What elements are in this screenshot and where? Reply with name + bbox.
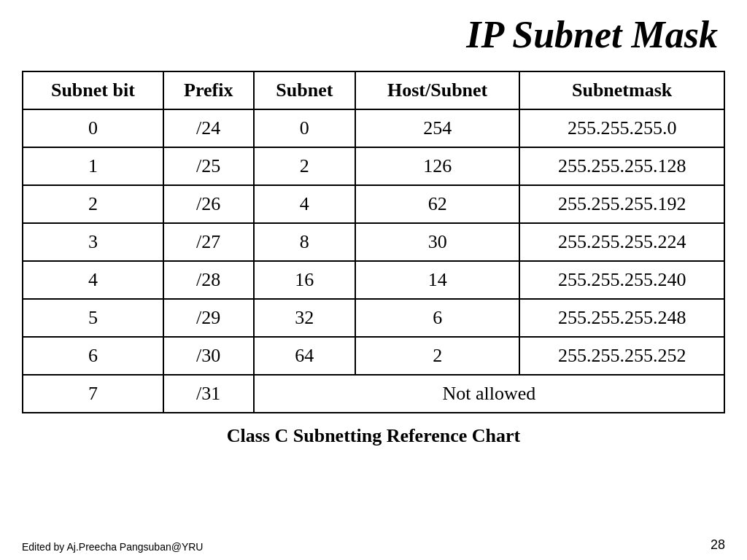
cell-prefix: /30	[163, 337, 254, 375]
table-row: 5 /29 32 6 255.255.255.248	[23, 299, 724, 337]
cell-subnet: 8	[254, 223, 355, 261]
cell-subnetmask: 255.255.255.252	[519, 337, 724, 375]
table-row: 7 /31 Not allowed	[23, 375, 724, 413]
cell-prefix: /25	[163, 147, 254, 185]
cell-subnet: 32	[254, 299, 355, 337]
table-row: 1 /25 2 126 255.255.255.128	[23, 147, 724, 185]
table-row: 2 /26 4 62 255.255.255.192	[23, 185, 724, 223]
cell-subnetmask: 255.255.255.240	[519, 261, 724, 299]
cell-subnet-bit: 5	[23, 299, 163, 337]
cell-host-subnet: 6	[355, 299, 519, 337]
cell-host-subnet: 2	[355, 337, 519, 375]
cell-subnet-bit: 2	[23, 185, 163, 223]
cell-subnet-bit: 0	[23, 109, 163, 147]
col-header-host-subnet: Host/Subnet	[355, 71, 519, 109]
cell-subnet: 16	[254, 261, 355, 299]
chart-subtitle: Class C Subnetting Reference Chart	[0, 413, 747, 447]
cell-host-subnet: 14	[355, 261, 519, 299]
cell-prefix: /26	[163, 185, 254, 223]
table-row: 4 /28 16 14 255.255.255.240	[23, 261, 724, 299]
page-number: 28	[711, 537, 725, 553]
cell-subnetmask: 255.255.255.248	[519, 299, 724, 337]
table-row: 0 /24 0 254 255.255.255.0	[23, 109, 724, 147]
col-header-subnet: Subnet	[254, 71, 355, 109]
cell-subnet-bit: 6	[23, 337, 163, 375]
table-row: 6 /30 64 2 255.255.255.252	[23, 337, 724, 375]
page-title: IP Subnet Mask	[0, 0, 747, 63]
cell-prefix: /31	[163, 375, 254, 413]
cell-subnet-bit: 3	[23, 223, 163, 261]
cell-subnet: 0	[254, 109, 355, 147]
cell-not-allowed: Not allowed	[254, 375, 724, 413]
cell-host-subnet: 30	[355, 223, 519, 261]
cell-prefix: /29	[163, 299, 254, 337]
table-container: Subnet bit Prefix Subnet Host/Subnet Sub…	[0, 63, 747, 413]
cell-prefix: /27	[163, 223, 254, 261]
cell-subnetmask: 255.255.255.0	[519, 109, 724, 147]
cell-subnet: 4	[254, 185, 355, 223]
cell-prefix: /28	[163, 261, 254, 299]
footer-text: Edited by Aj.Preecha Pangsuban@YRU	[22, 541, 203, 553]
cell-subnetmask: 255.255.255.192	[519, 185, 724, 223]
col-header-subnetmask: Subnetmask	[519, 71, 724, 109]
cell-subnet: 2	[254, 147, 355, 185]
cell-subnetmask: 255.255.255.224	[519, 223, 724, 261]
col-header-subnet-bit: Subnet bit	[23, 71, 163, 109]
cell-subnetmask: 255.255.255.128	[519, 147, 724, 185]
cell-subnet-bit: 4	[23, 261, 163, 299]
cell-subnet-bit: 1	[23, 147, 163, 185]
cell-host-subnet: 254	[355, 109, 519, 147]
col-header-prefix: Prefix	[163, 71, 254, 109]
cell-subnet-bit: 7	[23, 375, 163, 413]
cell-host-subnet: 62	[355, 185, 519, 223]
cell-subnet: 64	[254, 337, 355, 375]
table-row: 3 /27 8 30 255.255.255.224	[23, 223, 724, 261]
table-header-row: Subnet bit Prefix Subnet Host/Subnet Sub…	[23, 71, 724, 109]
cell-prefix: /24	[163, 109, 254, 147]
cell-host-subnet: 126	[355, 147, 519, 185]
subnet-table: Subnet bit Prefix Subnet Host/Subnet Sub…	[22, 71, 725, 413]
